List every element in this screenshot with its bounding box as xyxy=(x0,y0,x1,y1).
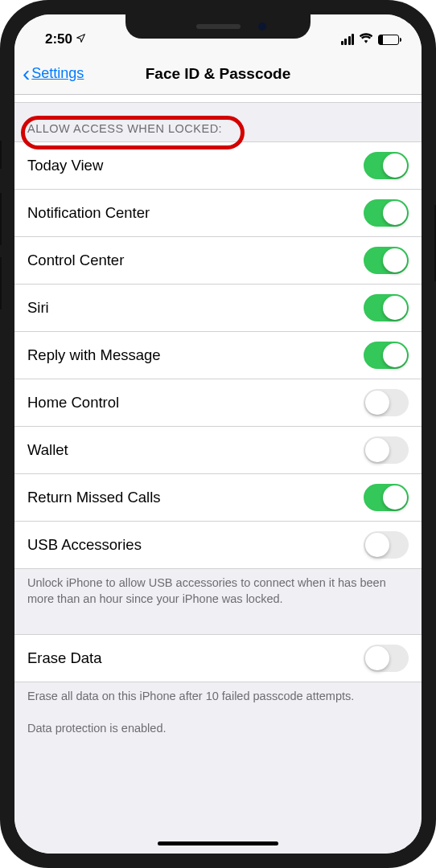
cellular-signal-icon xyxy=(341,34,355,45)
mute-switch xyxy=(0,141,2,169)
switch-control-center[interactable] xyxy=(364,247,409,274)
row-notification-center: Notification Center xyxy=(14,189,422,236)
switch-reply-with-message[interactable] xyxy=(364,342,409,369)
status-time: 2:50 xyxy=(45,31,72,47)
switch-today-view[interactable] xyxy=(364,152,409,179)
row-label: Control Center xyxy=(27,252,124,269)
switch-home-control[interactable] xyxy=(364,389,409,416)
wifi-icon xyxy=(359,31,373,47)
switch-siri[interactable] xyxy=(364,294,409,321)
row-label: Notification Center xyxy=(27,204,150,222)
section-footer-erase: Erase all data on this iPhone after 10 f… xyxy=(14,682,422,718)
row-label: Return Missed Calls xyxy=(27,489,161,506)
speaker-grille xyxy=(196,24,241,29)
switch-notification-center[interactable] xyxy=(364,199,409,227)
row-today-view: Today View xyxy=(14,141,422,189)
row-siri: Siri xyxy=(14,284,422,331)
row-erase-data: Erase Data xyxy=(14,634,422,682)
row-label: Erase Data xyxy=(27,649,102,667)
section-footer-data-protection: Data protection is enabled. xyxy=(14,718,422,750)
front-camera xyxy=(258,23,266,31)
row-label: Today View xyxy=(27,157,103,174)
row-wallet: Wallet xyxy=(14,426,422,473)
row-home-control: Home Control xyxy=(14,379,422,426)
navigation-bar: ‹ Settings Face ID & Passcode xyxy=(14,53,422,95)
chevron-left-icon: ‹ xyxy=(23,63,30,85)
page-title: Face ID & Passcode xyxy=(146,65,291,83)
home-indicator[interactable] xyxy=(158,841,278,845)
section-header-label: ALLOW ACCESS WHEN LOCKED: xyxy=(27,122,222,135)
switch-usb-accessories[interactable] xyxy=(364,531,409,559)
row-label: Reply with Message xyxy=(27,346,161,364)
volume-up-button xyxy=(0,193,2,245)
location-icon xyxy=(76,33,86,46)
back-button[interactable]: ‹ Settings xyxy=(23,63,84,85)
device-frame: 2:50 ‹ Settings Face ID & Passcode xyxy=(0,0,436,868)
back-button-label: Settings xyxy=(31,65,84,82)
row-label: Wallet xyxy=(27,441,68,459)
screen: 2:50 ‹ Settings Face ID & Passcode xyxy=(14,14,422,854)
row-reply-with-message: Reply with Message xyxy=(14,331,422,379)
truncated-row xyxy=(14,95,422,103)
row-control-center: Control Center xyxy=(14,236,422,284)
content-scroll[interactable]: ALLOW ACCESS WHEN LOCKED: Today ViewNoti… xyxy=(14,95,422,854)
row-usb-accessories: USB Accessories xyxy=(14,521,422,569)
section-footer-usb: Unlock iPhone to allow USB accessories t… xyxy=(14,569,422,620)
section-header-allow-access: ALLOW ACCESS WHEN LOCKED: xyxy=(14,103,422,141)
row-label: Home Control xyxy=(27,394,119,411)
switch-erase-data[interactable] xyxy=(364,645,409,672)
notch xyxy=(125,14,311,39)
switch-return-missed-calls[interactable] xyxy=(364,484,409,511)
switch-wallet[interactable] xyxy=(364,436,409,464)
row-label: USB Accessories xyxy=(27,536,142,554)
row-return-missed-calls: Return Missed Calls xyxy=(14,473,422,521)
volume-down-button xyxy=(0,257,2,309)
battery-icon xyxy=(378,35,399,45)
row-label: Siri xyxy=(27,299,49,317)
